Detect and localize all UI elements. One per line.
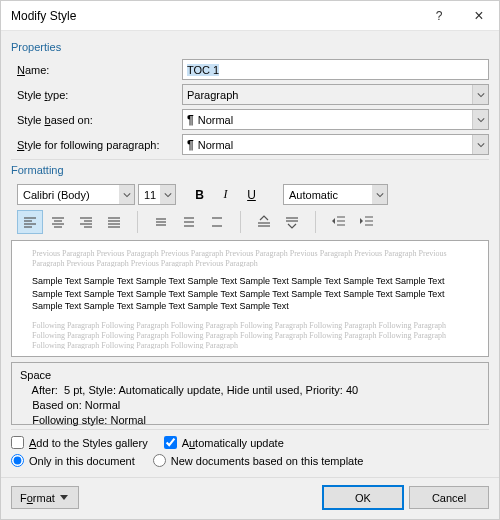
following-dropdown[interactable]: ¶Normal bbox=[182, 134, 489, 155]
underline-button[interactable]: U bbox=[240, 184, 263, 205]
decrease-indent-button[interactable] bbox=[326, 210, 352, 234]
font-family-dropdown[interactable]: Calibri (Body) bbox=[17, 184, 135, 205]
modify-style-dialog: Modify Style ? × Properties Name: TOC 1 … bbox=[0, 0, 500, 520]
help-button[interactable]: ? bbox=[419, 1, 459, 31]
desc-line: After: 5 pt, Style: Automatically update… bbox=[20, 383, 480, 398]
space-before-up-button[interactable] bbox=[251, 210, 277, 234]
cancel-button[interactable]: Cancel bbox=[409, 486, 489, 509]
toolbar-separator bbox=[240, 211, 241, 233]
italic-button[interactable]: I bbox=[214, 184, 237, 205]
following-label: Style for following paragraph: bbox=[11, 139, 176, 151]
paragraph-toolbar bbox=[11, 208, 489, 240]
based-on-label: Style based on: bbox=[11, 114, 176, 126]
preview-following-text: Following Paragraph Following Paragraph … bbox=[32, 321, 468, 349]
font-toolbar: Calibri (Body) 11 B I U Automatic bbox=[11, 182, 489, 208]
toolbar-separator bbox=[137, 211, 138, 233]
auto-update-checkbox[interactable]: Automatically update bbox=[164, 436, 284, 449]
align-left-button[interactable] bbox=[17, 210, 43, 234]
dialog-content: Properties Name: TOC 1 Style type: Parag… bbox=[1, 31, 499, 240]
name-input[interactable]: TOC 1 bbox=[182, 59, 489, 80]
font-color-dropdown[interactable]: Automatic bbox=[283, 184, 388, 205]
font-size-dropdown[interactable]: 11 bbox=[138, 184, 176, 205]
chevron-down-icon bbox=[372, 185, 387, 204]
increase-indent-button[interactable] bbox=[354, 210, 380, 234]
align-justify-button[interactable] bbox=[101, 210, 127, 234]
align-right-button[interactable] bbox=[73, 210, 99, 234]
line-spacing-1.5-button[interactable] bbox=[176, 210, 202, 234]
close-button[interactable]: × bbox=[459, 1, 499, 31]
preview-sample-text: Sample Text Sample Text Sample Text Samp… bbox=[32, 275, 468, 313]
dialog-footer: Format OK Cancel bbox=[1, 477, 499, 519]
only-this-document-radio[interactable]: Only in this document bbox=[11, 454, 135, 467]
chevron-down-icon bbox=[119, 185, 134, 204]
name-label: Name: bbox=[11, 64, 176, 76]
bold-button[interactable]: B bbox=[188, 184, 211, 205]
based-on-dropdown[interactable]: ¶Normal bbox=[182, 109, 489, 130]
format-menu-button[interactable]: Format bbox=[11, 486, 79, 509]
add-to-gallery-checkbox[interactable]: Add to the Styles gallery bbox=[11, 436, 148, 449]
dropdown-arrow-icon bbox=[60, 495, 68, 501]
line-spacing-1-button[interactable] bbox=[148, 210, 174, 234]
desc-line: Based on: Normal bbox=[20, 398, 480, 413]
radio-row: Only in this document New documents base… bbox=[1, 451, 499, 471]
formatting-section-label: Formatting bbox=[11, 164, 489, 176]
dialog-title: Modify Style bbox=[11, 9, 419, 23]
checkbox-row: Add to the Styles gallery Automatically … bbox=[1, 434, 499, 451]
toolbar-separator bbox=[315, 211, 316, 233]
space-before-down-button[interactable] bbox=[279, 210, 305, 234]
ok-button[interactable]: OK bbox=[323, 486, 403, 509]
line-spacing-2-button[interactable] bbox=[204, 210, 230, 234]
preview-previous-text: Previous Paragraph Previous Paragraph Pr… bbox=[32, 249, 468, 267]
chevron-down-icon bbox=[472, 110, 488, 129]
properties-section-label: Properties bbox=[11, 41, 489, 53]
style-type-label: Style type: bbox=[11, 89, 176, 101]
align-center-button[interactable] bbox=[45, 210, 71, 234]
desc-line: Space bbox=[20, 368, 480, 383]
chevron-down-icon bbox=[160, 185, 175, 204]
desc-line: Following style: Normal bbox=[20, 413, 480, 428]
chevron-down-icon bbox=[472, 85, 488, 104]
style-description: Space After: 5 pt, Style: Automatically … bbox=[11, 362, 489, 425]
chevron-down-icon bbox=[472, 135, 488, 154]
new-documents-radio[interactable]: New documents based on this template bbox=[153, 454, 364, 467]
style-type-dropdown[interactable]: Paragraph bbox=[182, 84, 489, 105]
titlebar: Modify Style ? × bbox=[1, 1, 499, 31]
preview-box: Previous Paragraph Previous Paragraph Pr… bbox=[11, 240, 489, 357]
